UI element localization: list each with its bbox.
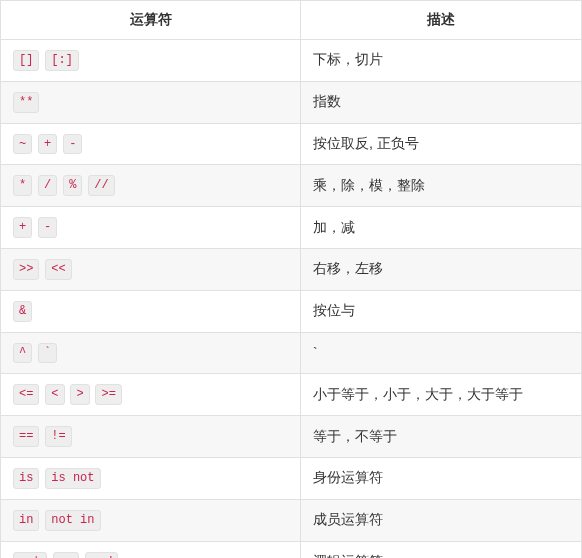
table-container: 运算符 描述 [] [:] 下标，切片** 指数~ + - 按位取反, 正负号*… bbox=[0, 0, 582, 558]
operator-cell: * / % // bbox=[1, 165, 301, 207]
table-row: ** 指数 bbox=[1, 81, 582, 123]
operator-token: ** bbox=[13, 92, 39, 113]
operator-token: / bbox=[38, 175, 57, 196]
operator-token: <= bbox=[13, 384, 39, 405]
description-cell: 乘，除，模，整除 bbox=[301, 165, 582, 207]
operator-token: % bbox=[63, 175, 82, 196]
table-row: [] [:] 下标，切片 bbox=[1, 40, 582, 82]
description-cell: 按位取反, 正负号 bbox=[301, 123, 582, 165]
operator-token: [] bbox=[13, 50, 39, 71]
operator-token: - bbox=[38, 217, 57, 238]
operator-cell: & bbox=[1, 290, 301, 332]
description-cell: 下标，切片 bbox=[301, 40, 582, 82]
operator-precedence-table: 运算符 描述 [] [:] 下标，切片** 指数~ + - 按位取反, 正负号*… bbox=[0, 0, 582, 558]
operator-cell: == != bbox=[1, 416, 301, 458]
operator-token: << bbox=[45, 259, 71, 280]
operator-token: and bbox=[85, 552, 119, 558]
operator-token: is bbox=[13, 468, 39, 489]
description-cell: 等于，不等于 bbox=[301, 416, 582, 458]
operator-token: // bbox=[88, 175, 114, 196]
description-cell: 身份运算符 bbox=[301, 457, 582, 499]
operator-token: not bbox=[13, 552, 47, 558]
operator-token: < bbox=[45, 384, 64, 405]
table-row: >> << 右移，左移 bbox=[1, 248, 582, 290]
operator-token: in bbox=[13, 510, 39, 531]
table-header-row: 运算符 描述 bbox=[1, 1, 582, 40]
operator-token: & bbox=[13, 301, 32, 322]
description-cell: 按位与 bbox=[301, 290, 582, 332]
table-row: * / % // 乘，除，模，整除 bbox=[1, 165, 582, 207]
operator-token: not in bbox=[45, 510, 100, 531]
operator-token: [:] bbox=[45, 50, 79, 71]
operator-token: ~ bbox=[13, 134, 32, 155]
description-cell: 右移，左移 bbox=[301, 248, 582, 290]
table-row: not or and 逻辑运算符 bbox=[1, 541, 582, 558]
operator-cell: >> << bbox=[1, 248, 301, 290]
operator-token: is not bbox=[45, 468, 100, 489]
table-row: ~ + - 按位取反, 正负号 bbox=[1, 123, 582, 165]
table-row: <= < > >= 小于等于，小于，大于，大于等于 bbox=[1, 374, 582, 416]
description-cell: 成员运算符 bbox=[301, 499, 582, 541]
operator-cell: + - bbox=[1, 207, 301, 249]
operator-cell: in not in bbox=[1, 499, 301, 541]
operator-token: ^ bbox=[13, 343, 32, 364]
table-row: ^ ` ` bbox=[1, 332, 582, 374]
description-cell: 小于等于，小于，大于，大于等于 bbox=[301, 374, 582, 416]
operator-token: == bbox=[13, 426, 39, 447]
operator-token: + bbox=[13, 217, 32, 238]
operator-cell: ^ ` bbox=[1, 332, 301, 374]
operator-cell: [] [:] bbox=[1, 40, 301, 82]
table-row: in not in 成员运算符 bbox=[1, 499, 582, 541]
operator-token: * bbox=[13, 175, 32, 196]
header-description: 描述 bbox=[301, 1, 582, 40]
description-cell: 指数 bbox=[301, 81, 582, 123]
description-cell: 加，减 bbox=[301, 207, 582, 249]
operator-token: + bbox=[38, 134, 57, 155]
operator-token: != bbox=[45, 426, 71, 447]
operator-token: >> bbox=[13, 259, 39, 280]
table-row: == != 等于，不等于 bbox=[1, 416, 582, 458]
table-row: + - 加，减 bbox=[1, 207, 582, 249]
description-cell: ` bbox=[301, 332, 582, 374]
header-operator: 运算符 bbox=[1, 1, 301, 40]
table-row: is is not 身份运算符 bbox=[1, 457, 582, 499]
table-row: & 按位与 bbox=[1, 290, 582, 332]
description-cell: 逻辑运算符 bbox=[301, 541, 582, 558]
operator-cell: ** bbox=[1, 81, 301, 123]
operator-token: > bbox=[70, 384, 89, 405]
operator-cell: not or and bbox=[1, 541, 301, 558]
operator-token: >= bbox=[95, 384, 121, 405]
operator-cell: <= < > >= bbox=[1, 374, 301, 416]
operator-cell: ~ + - bbox=[1, 123, 301, 165]
operator-token: or bbox=[53, 552, 79, 558]
operator-cell: is is not bbox=[1, 457, 301, 499]
operator-token: - bbox=[63, 134, 82, 155]
operator-token: ` bbox=[38, 343, 57, 364]
